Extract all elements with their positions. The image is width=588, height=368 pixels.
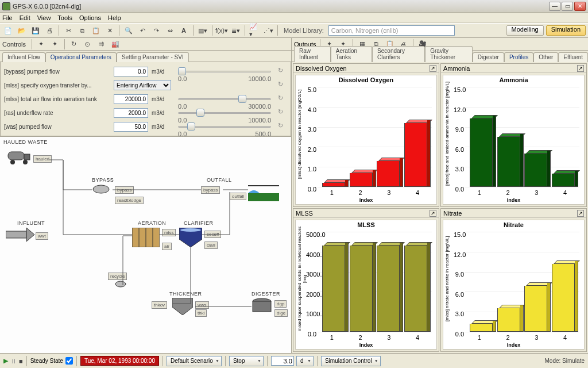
- pan-icon[interactable]: ⇔: [164, 25, 176, 36]
- chart-ammonia: Ammonia↗ Ammonia [mlss] free and ionized…: [440, 63, 587, 207]
- tab-settling-parameter[interactable]: Settling Parameter - SVI: [117, 52, 189, 62]
- menu-options[interactable]: Options: [79, 14, 101, 21]
- x-ticks: 1234: [465, 334, 579, 341]
- tab-aeration-tanks[interactable]: Aeration Tanks: [331, 46, 372, 62]
- bypass-label: BYPASS: [92, 177, 114, 183]
- fwd-icon[interactable]: ■: [19, 358, 23, 365]
- gage-icon[interactable]: ⏲: [82, 39, 94, 50]
- print-icon[interactable]: 🖨: [44, 25, 55, 36]
- reset-icon[interactable]: ↻: [68, 39, 80, 50]
- menu-file[interactable]: File: [2, 14, 13, 21]
- tab-gravity-thick[interactable]: Gravity Thickener: [425, 46, 472, 62]
- ctrl-icon-1[interactable]: ✦: [36, 39, 47, 50]
- tab-raw-influent[interactable]: Raw Influent: [294, 46, 331, 62]
- sim-control-combo[interactable]: Simulation Control: [321, 356, 381, 366]
- popout-icon[interactable]: ↗: [430, 65, 436, 72]
- svg-rect-0: [8, 152, 24, 160]
- chart-nitrate: Nitrate↗ Nitrate [mlss] nitrate and nitr…: [440, 208, 587, 352]
- open-icon[interactable]: 📂: [16, 25, 28, 36]
- x-axis-label: Index: [296, 197, 436, 203]
- close-button[interactable]: ✕: [574, 2, 586, 11]
- flow-icon[interactable]: ⇉: [96, 39, 107, 50]
- sigma-icon[interactable]: ≣▾: [230, 25, 241, 36]
- factory-icon[interactable]: 🏭: [110, 39, 121, 50]
- window-title: GPS-X 6.0.0 [02cn4-dig]: [13, 3, 549, 10]
- tab-operational-parameters[interactable]: Operational Parameters: [45, 52, 117, 62]
- param-select-o2spec[interactable]: Entering Airflow: [114, 80, 171, 90]
- cut-icon[interactable]: ✂: [63, 25, 74, 36]
- fx-icon[interactable]: f(x)▾: [216, 25, 227, 36]
- delete-icon[interactable]: ✕: [104, 25, 115, 36]
- zoom-icon[interactable]: 🔍: [123, 25, 134, 36]
- tab-effluent[interactable]: Effluent: [558, 52, 588, 62]
- stop-combo[interactable]: Stop: [229, 356, 264, 366]
- pause-icon[interactable]: ⏸: [10, 358, 17, 365]
- copy-icon[interactable]: ⧉: [76, 25, 88, 36]
- chart-line-icon[interactable]: 📈▾: [249, 25, 260, 36]
- x-ticks: 1234: [465, 189, 579, 196]
- param-unit: m3/d: [152, 68, 171, 75]
- process-diagram[interactable]: HAULED WASTE hauled BYPASS bypass reactb…: [0, 136, 291, 353]
- scenario-combo[interactable]: Default Scenario: [167, 356, 222, 366]
- new-icon[interactable]: 📄: [2, 25, 14, 36]
- tab-influent-flow[interactable]: Influent Flow: [2, 52, 45, 62]
- param-label: [bypass] pumped flow: [4, 68, 110, 75]
- reset-icon[interactable]: ↻: [278, 108, 287, 117]
- maximize-button[interactable]: ▭: [562, 2, 573, 11]
- reset-icon[interactable]: ↻: [278, 122, 287, 131]
- param-input-bypass[interactable]: [114, 67, 148, 76]
- model-library-combo[interactable]: Carbon, Nitrogen (cnlib): [328, 25, 455, 36]
- param-label: [ras] underflow rate: [4, 110, 110, 116]
- menu-edit[interactable]: Edit: [20, 14, 30, 21]
- svg-point-4: [93, 185, 109, 193]
- slider-airflow[interactable]: 0.030000.0: [178, 94, 271, 104]
- param-label: [mlss] specify oxygen transfer by...: [4, 82, 110, 89]
- tab-digester[interactable]: Digester: [473, 52, 504, 62]
- paste-icon[interactable]: 📋: [90, 25, 102, 36]
- ctrl-icon-2[interactable]: ✦: [49, 39, 61, 50]
- param-input-ras[interactable]: [114, 108, 148, 118]
- redo-icon[interactable]: ↷: [150, 25, 162, 36]
- popout-icon[interactable]: ↗: [577, 210, 584, 217]
- x-ticks: 1234: [318, 189, 432, 196]
- param-input-was[interactable]: [114, 122, 148, 132]
- svg-point-3: [23, 160, 28, 164]
- reset-icon[interactable]: ↻: [278, 67, 287, 76]
- steady-checkbox[interactable]: [65, 357, 73, 365]
- thickener-icon: [172, 298, 193, 315]
- duration-unit[interactable]: d: [296, 356, 314, 366]
- x-ticks: 1234: [318, 334, 432, 341]
- param-row-airflow: [mlss] total air flow into aeration tank…: [4, 92, 287, 106]
- slider-ras[interactable]: 0.010000.0: [178, 108, 271, 118]
- slider-bypass[interactable]: 0.010000.0: [178, 66, 271, 76]
- reset-icon[interactable]: ↻: [278, 80, 287, 90]
- simulation-button[interactable]: Simulation: [546, 25, 586, 36]
- save-icon[interactable]: 💾: [30, 25, 41, 36]
- undo-icon[interactable]: ↶: [137, 25, 148, 36]
- tab-other[interactable]: Other: [533, 52, 558, 62]
- outfall-icon: [248, 185, 279, 202]
- menu-view[interactable]: View: [37, 14, 51, 21]
- slider-was[interactable]: 0.0500.0: [178, 121, 271, 132]
- svg-point-13: [180, 228, 201, 232]
- tab-sec-clarifiers[interactable]: Secondary Clarifiers: [372, 46, 425, 62]
- y-axis-label: [mlss] nitrate and nitrite in reactor [m…: [444, 226, 451, 332]
- popout-icon[interactable]: ↗: [430, 210, 436, 217]
- reset-icon[interactable]: ↻: [278, 94, 287, 103]
- modelling-button[interactable]: Modelling: [506, 25, 544, 36]
- chart-head-label: Dissolved Oxygen: [296, 65, 347, 72]
- menu-tools[interactable]: Tools: [57, 14, 72, 21]
- play-icon[interactable]: ▶: [3, 357, 8, 365]
- menu-help[interactable]: Help: [108, 14, 121, 21]
- minimize-button[interactable]: —: [549, 2, 560, 11]
- param-input-airflow[interactable]: [114, 94, 148, 104]
- layer-icon[interactable]: ▤▾: [197, 25, 208, 36]
- text-icon[interactable]: A: [178, 25, 189, 36]
- aeration-label: AERATION: [138, 220, 166, 226]
- duration-input[interactable]: [271, 356, 294, 366]
- popout-icon[interactable]: ↗: [577, 65, 584, 72]
- chart-scatter-icon[interactable]: ⋰▾: [262, 25, 274, 36]
- clarifier-icon: [179, 228, 202, 247]
- tab-profiles[interactable]: Profiles: [504, 52, 533, 62]
- param-unit: m3/d: [152, 124, 171, 130]
